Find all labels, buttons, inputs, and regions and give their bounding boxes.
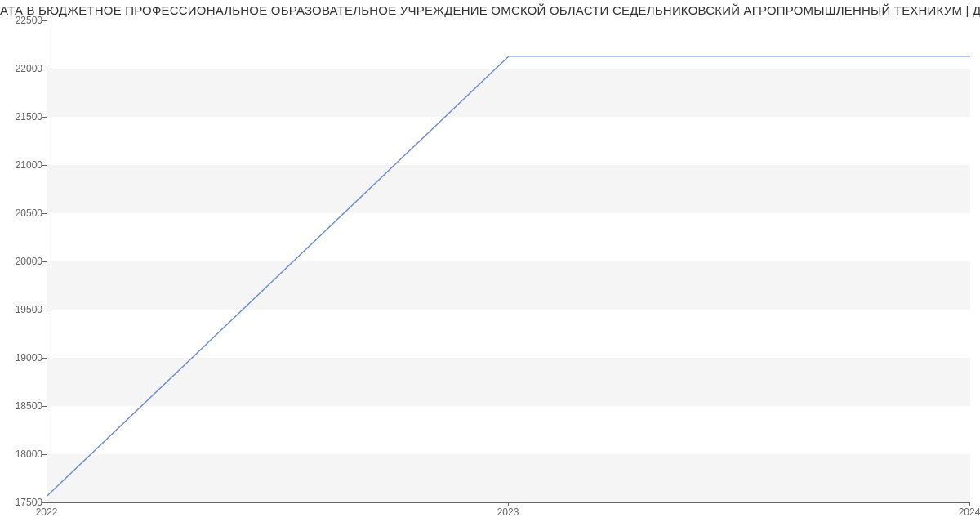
plot-area [47,20,970,503]
y-tick-label: 21000 [3,159,42,171]
y-tick-mark [42,261,47,262]
y-tick-label: 19000 [3,352,42,364]
y-tick-label: 22500 [3,15,42,26]
y-tick-mark [42,213,47,214]
x-tick-label: 2024 [959,506,980,518]
y-tick-label: 20000 [3,256,42,267]
x-tick-mark [47,502,47,506]
x-tick-label: 2022 [36,506,58,518]
line-series [47,20,970,502]
y-tick-mark [42,454,47,455]
y-tick-mark [42,69,47,69]
y-tick-mark [42,165,47,166]
y-tick-mark [42,117,47,118]
x-tick-mark [969,502,970,506]
y-tick-label: 21500 [3,111,42,123]
y-tick-mark [42,358,47,359]
chart-container: АТА В БЮДЖЕТНОЕ ПРОФЕССИОНАЛЬНОЕ ОБРАЗОВ… [0,0,980,531]
y-tick-mark [42,310,47,310]
y-tick-mark [42,406,47,407]
y-tick-label: 22000 [3,63,42,74]
y-tick-label: 20500 [3,207,42,219]
y-tick-label: 19500 [3,304,42,315]
x-tick-mark [508,502,509,506]
y-tick-mark [42,20,47,21]
y-tick-label: 18000 [3,448,42,460]
chart-title: АТА В БЮДЖЕТНОЕ ПРОФЕССИОНАЛЬНОЕ ОБРАЗОВ… [0,3,980,17]
y-tick-label: 18500 [3,400,42,412]
x-tick-label: 2023 [497,506,519,518]
